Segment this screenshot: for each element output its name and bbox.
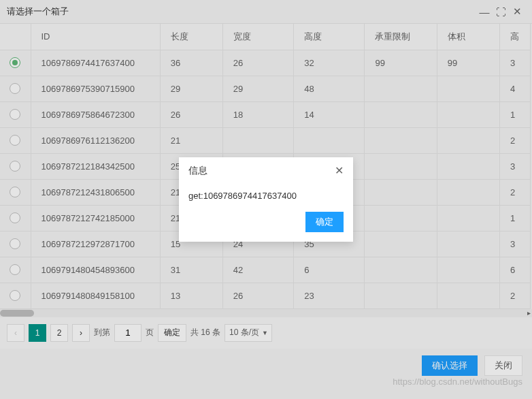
dialog-close-icon[interactable]: ✕ bbox=[335, 164, 344, 177]
dialog-message: get:1069786974417637400 bbox=[179, 184, 353, 205]
info-dialog: 信息 ✕ get:1069786974417637400 确定 bbox=[179, 157, 353, 242]
dialog-ok-button[interactable]: 确定 bbox=[305, 212, 344, 232]
dialog-title: 信息 bbox=[188, 165, 335, 177]
modal-overlay: 信息 ✕ get:1069786974417637400 确定 bbox=[0, 0, 532, 399]
